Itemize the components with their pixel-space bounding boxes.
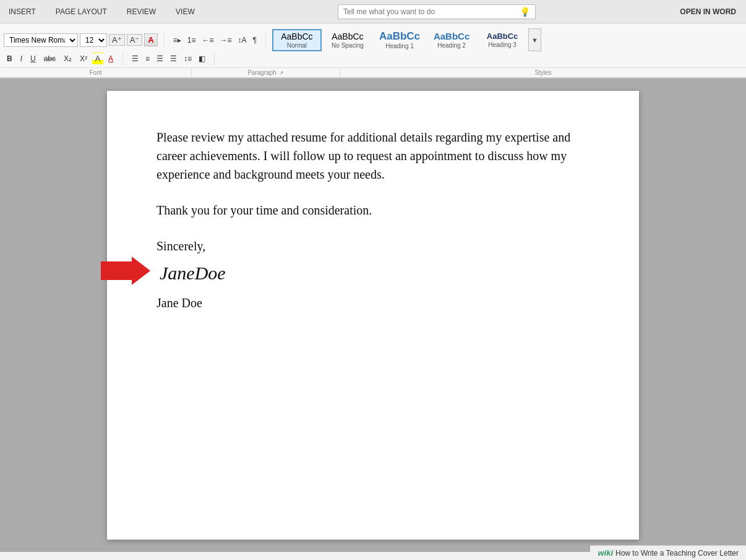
style-heading2-button[interactable]: AaBbCc Heading 2 (427, 29, 476, 51)
align-center-button[interactable]: ≡ (143, 53, 152, 65)
document-content: Please review my attached resume for add… (156, 128, 590, 312)
style-heading1-button[interactable]: AaBbCc Heading 1 (374, 28, 426, 51)
paragraph-1: Please review my attached resume for add… (156, 128, 590, 184)
italic-button[interactable]: I (17, 53, 25, 65)
signature-block: Sincerely, JaneDoe Jane Doe (156, 237, 590, 312)
menu-insert[interactable]: INSERT (5, 5, 40, 19)
styles-group: AaBbCc Normal AaBbCc No Spacing AaBbCc H… (272, 28, 742, 51)
menu-review[interactable]: REVIEW (123, 5, 160, 19)
align-group: ☰ ≡ ☰ ☰ ↕≡ ◧ (129, 53, 215, 65)
increase-indent-button[interactable]: →≡ (217, 34, 234, 46)
font-color-button[interactable]: A (105, 53, 116, 65)
line-spacing-button[interactable]: ↕≡ (181, 53, 194, 65)
font-group: Times New Roman 12 A⁺ A⁻ A (4, 33, 165, 47)
menu-bar: INSERT PAGE LAYOUT REVIEW VIEW 💡 OPEN IN… (0, 0, 746, 23)
ribbon: Times New Roman 12 A⁺ A⁻ A ≡▸ 1≡ ←≡ →≡ ↕… (0, 23, 746, 78)
align-right-button[interactable]: ☰ (154, 53, 166, 65)
svg-text:JaneDoe: JaneDoe (160, 263, 226, 283)
signature-name: Jane Doe (156, 296, 202, 310)
font-size-increase-button[interactable]: A⁺ (109, 34, 125, 46)
more-styles-button[interactable]: ▼ (528, 28, 541, 51)
menu-page-layout[interactable]: PAGE LAYOUT (52, 5, 111, 19)
paragraph-group-row1: ≡▸ 1≡ ←≡ →≡ ↕A ¶ (171, 34, 266, 46)
bold-button[interactable]: B (4, 53, 15, 65)
sort-button[interactable]: ↕A (235, 34, 249, 46)
styles-section-label: Styles (340, 68, 746, 77)
justify-button[interactable]: ☰ (168, 53, 179, 65)
format-group: B I U abc X₂ X² A A (4, 53, 123, 65)
superscript-button[interactable]: X² (77, 53, 90, 65)
arrow-annotation (101, 255, 150, 291)
paragraph-section-label: Paragraph (247, 69, 277, 76)
shading-button[interactable]: ◧ (196, 53, 208, 65)
wiki-footer: wiki How to Write a Teaching Cover Lette… (590, 545, 746, 560)
search-input[interactable] (343, 7, 517, 16)
open-in-word-button[interactable]: OPEN IN WORD (675, 5, 741, 19)
closing-text: Sincerely, (156, 237, 590, 255)
style-no-spacing-button[interactable]: AaBbCc No Spacing (323, 30, 372, 51)
text-color-button[interactable]: A (92, 53, 103, 65)
font-size-select[interactable]: 12 (80, 33, 107, 47)
lightbulb-icon: 💡 (520, 7, 530, 17)
footer-page-title: How to Write a Teaching Cover Letter (615, 549, 739, 558)
ribbon-section-labels: Font Paragraph ↗ Styles (0, 67, 746, 77)
document-page[interactable]: Please review my attached resume for add… (107, 91, 639, 540)
menu-view[interactable]: VIEW (172, 5, 199, 19)
decrease-indent-button[interactable]: ←≡ (199, 34, 216, 46)
search-box: 💡 (338, 4, 536, 19)
paragraph-2: Thank you for your time and consideratio… (156, 201, 590, 219)
align-left-button[interactable]: ☰ (129, 53, 141, 65)
subscript-button[interactable]: X₂ (61, 53, 75, 65)
highlight-button[interactable]: A (144, 33, 157, 46)
signature-cursive: JaneDoe (156, 258, 590, 291)
numbering-button[interactable]: 1≡ (185, 34, 199, 46)
paragraph-expand-icon[interactable]: ↗ (279, 70, 284, 76)
show-para-button[interactable]: ¶ (250, 34, 259, 46)
strikethrough-button[interactable]: abc (41, 53, 59, 65)
svg-marker-0 (101, 257, 150, 285)
style-heading3-button[interactable]: AaBbCc Heading 3 (478, 30, 527, 50)
font-size-decrease-button[interactable]: A⁻ (127, 34, 143, 46)
wiki-logo: wiki (598, 548, 613, 558)
underline-button[interactable]: U (27, 53, 39, 65)
font-section-label: Font (0, 68, 192, 77)
font-family-select[interactable]: Times New Roman (4, 33, 78, 47)
document-area: Please review my attached resume for add… (0, 78, 746, 552)
style-normal-button[interactable]: AaBbCc Normal (272, 29, 322, 51)
bullets-button[interactable]: ≡▸ (171, 34, 184, 46)
